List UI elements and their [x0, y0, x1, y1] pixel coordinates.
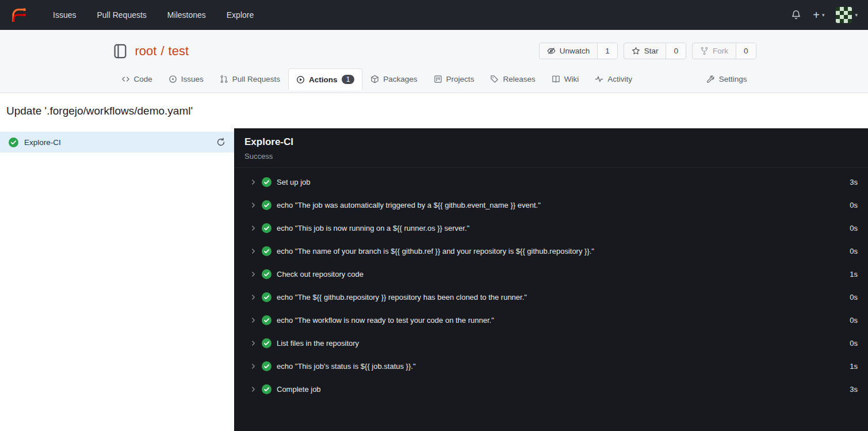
- pull-request-icon: [220, 75, 228, 83]
- tab-label: Code: [134, 75, 152, 83]
- chevron-right-icon[interactable]: [250, 271, 257, 277]
- tab-pull-requests[interactable]: Pull Requests: [212, 68, 288, 90]
- nav-right-group: + ▾ ▾: [791, 7, 858, 23]
- tab-settings[interactable]: Settings: [698, 68, 755, 90]
- nav-item-milestones[interactable]: Milestones: [157, 10, 216, 20]
- success-check-icon: [262, 338, 272, 348]
- pulse-icon: [595, 75, 603, 83]
- star-button[interactable]: Star 0: [624, 43, 686, 59]
- tab-actions[interactable]: Actions 1: [288, 68, 362, 90]
- jobs-sidebar: Explore-CI: [0, 128, 234, 431]
- repo-name-link[interactable]: test: [169, 44, 189, 59]
- issue-circle-icon: [169, 75, 177, 83]
- wrench-icon: [706, 75, 715, 83]
- tab-wiki[interactable]: Wiki: [544, 68, 587, 90]
- step-row[interactable]: echo "The workflow is now ready to test …: [234, 308, 868, 331]
- notifications-bell-icon[interactable]: [791, 10, 801, 20]
- job-item-explore-ci[interactable]: Explore-CI: [0, 132, 234, 152]
- nav-item-explore[interactable]: Explore: [216, 10, 264, 20]
- success-check-icon: [262, 200, 272, 210]
- watch-count[interactable]: 1: [597, 43, 617, 59]
- chevron-right-icon[interactable]: [250, 363, 257, 369]
- job-status: Success: [244, 152, 858, 161]
- forgejo-logo-icon[interactable]: [10, 6, 28, 24]
- repo-separator: /: [160, 44, 164, 59]
- step-duration: 0s: [850, 316, 858, 325]
- step-label: echo "The job was automatically triggere…: [277, 201, 541, 209]
- chevron-right-icon[interactable]: [250, 248, 257, 254]
- success-check-icon: [262, 361, 272, 371]
- fork-count[interactable]: 0: [736, 43, 756, 59]
- tab-packages[interactable]: Packages: [362, 68, 425, 90]
- step-duration: 0s: [850, 224, 858, 232]
- step-duration: 0s: [850, 293, 858, 302]
- book-open-icon: [552, 75, 560, 83]
- nav-item-pull-requests[interactable]: Pull Requests: [86, 10, 156, 20]
- job-log-panel: Explore-CI Success Set up job 3s echo "T…: [234, 128, 868, 431]
- page-title-bar: Update '.forgejo/workflows/demo.yaml': [0, 93, 868, 128]
- tab-projects[interactable]: Projects: [426, 68, 483, 90]
- step-row[interactable]: echo "The job was automatically triggere…: [234, 193, 868, 216]
- step-label: Complete job: [277, 385, 321, 394]
- repo-title: root / test: [135, 44, 189, 59]
- fork-icon: [700, 47, 709, 55]
- step-row[interactable]: echo "The name of your branch is ${{ git…: [234, 239, 868, 262]
- actions-count-badge: 1: [342, 75, 355, 84]
- tab-label: Wiki: [564, 75, 579, 83]
- chevron-right-icon[interactable]: [250, 179, 257, 185]
- step-duration: 3s: [850, 385, 858, 394]
- tab-activity[interactable]: Activity: [587, 68, 640, 90]
- fork-button[interactable]: Fork 0: [692, 43, 756, 59]
- user-menu[interactable]: ▾: [836, 7, 858, 23]
- top-navbar: Issues Pull Requests Milestones Explore …: [0, 0, 868, 30]
- workflow-run-area: Explore-CI Explore-CI Success Set up job…: [0, 128, 868, 431]
- step-label: echo "This job is now running on a ${{ r…: [277, 224, 469, 232]
- refresh-icon[interactable]: [216, 138, 225, 147]
- chevron-right-icon[interactable]: [250, 225, 257, 231]
- chevron-right-icon[interactable]: [250, 386, 257, 392]
- tab-label: Packages: [383, 75, 417, 83]
- step-duration: 0s: [850, 247, 858, 255]
- success-check-icon: [262, 223, 272, 233]
- create-new-menu[interactable]: + ▾: [813, 9, 824, 21]
- chevron-right-icon[interactable]: [250, 317, 257, 323]
- unwatch-button[interactable]: Unwatch 1: [539, 43, 618, 59]
- success-check-icon: [262, 292, 272, 302]
- job-log-header: Explore-CI Success: [234, 128, 868, 168]
- star-text: Star: [644, 47, 659, 55]
- unwatch-label-wrap: Unwatch: [540, 43, 598, 59]
- nav-item-issues[interactable]: Issues: [43, 10, 86, 20]
- step-label: Check out repository code: [277, 270, 364, 279]
- chevron-right-icon[interactable]: [250, 340, 257, 346]
- success-check-icon: [262, 384, 272, 394]
- fork-label-wrap: Fork: [693, 43, 736, 59]
- tab-label: Activity: [607, 75, 632, 83]
- tab-label: Pull Requests: [232, 75, 280, 83]
- star-count[interactable]: 0: [666, 43, 686, 59]
- step-label: List files in the repository: [277, 339, 359, 348]
- step-row[interactable]: echo "This job is now running on a ${{ r…: [234, 216, 868, 239]
- success-check-icon: [262, 269, 272, 279]
- chevron-right-icon[interactable]: [250, 294, 257, 300]
- chevron-right-icon[interactable]: [250, 202, 257, 208]
- fork-text: Fork: [713, 47, 728, 55]
- success-check-icon: [262, 177, 272, 187]
- tab-label: Actions: [309, 75, 338, 84]
- tab-code[interactable]: Code: [113, 68, 160, 90]
- step-label: Set up job: [277, 178, 311, 186]
- step-row[interactable]: echo "The ${{ github.repository }} repos…: [234, 285, 868, 308]
- tab-releases[interactable]: Releases: [482, 68, 543, 90]
- step-row[interactable]: Complete job 3s: [234, 377, 868, 401]
- step-row[interactable]: Check out repository code 1s: [234, 262, 868, 285]
- step-row[interactable]: echo "This job's status is ${{ job.statu…: [234, 354, 868, 377]
- tab-issues[interactable]: Issues: [160, 68, 212, 90]
- step-row[interactable]: List files in the repository 0s: [234, 331, 868, 354]
- step-label: echo "The workflow is now ready to test …: [277, 316, 494, 325]
- step-label: echo "The ${{ github.repository }} repos…: [277, 293, 527, 302]
- repo-owner-link[interactable]: root: [135, 44, 157, 59]
- package-icon: [370, 75, 379, 83]
- step-row[interactable]: Set up job 3s: [234, 170, 868, 193]
- success-check-icon: [9, 138, 18, 147]
- chevron-down-icon: ▾: [855, 12, 858, 18]
- repo-title-row: root / test Unwatch 1: [112, 30, 756, 68]
